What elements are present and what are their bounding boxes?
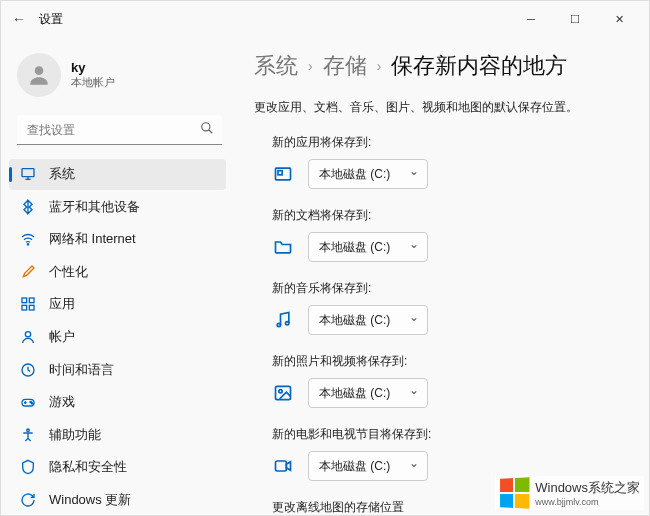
- apps-save-section: 新的应用将保存到: 本地磁盘 (C:): [254, 134, 631, 189]
- apps-icon: [19, 295, 37, 313]
- svg-point-6: [27, 244, 28, 245]
- music-save-section: 新的音乐将保存到: 本地磁盘 (C:): [254, 280, 631, 335]
- sidebar-item-network[interactable]: 网络和 Internet: [9, 224, 226, 255]
- sidebar-item-accessibility[interactable]: 辅助功能: [9, 419, 226, 450]
- documents-drive-dropdown[interactable]: 本地磁盘 (C:): [308, 232, 428, 262]
- music-drive-dropdown[interactable]: 本地磁盘 (C:): [308, 305, 428, 335]
- page-description: 更改应用、文档、音乐、图片、视频和地图的默认保存位置。: [254, 99, 631, 116]
- svg-rect-10: [29, 306, 34, 311]
- sidebar-item-privacy[interactable]: 隐私和安全性: [9, 452, 226, 483]
- sidebar-item-label: 时间和语言: [49, 361, 114, 379]
- sidebar-item-accounts[interactable]: 帐户: [9, 322, 226, 353]
- sidebar-item-label: 应用: [49, 295, 75, 313]
- window-title: 设置: [39, 11, 63, 28]
- gamepad-icon: [19, 393, 37, 411]
- movies-drive-dropdown[interactable]: 本地磁盘 (C:): [308, 451, 428, 481]
- svg-rect-9: [22, 306, 27, 311]
- sidebar-item-label: 系统: [49, 165, 75, 183]
- sidebar-item-label: Windows 更新: [49, 491, 131, 509]
- sidebar-item-label: 隐私和安全性: [49, 458, 127, 476]
- chevron-right-icon: ›: [308, 58, 313, 74]
- section-label: 新的音乐将保存到:: [272, 280, 631, 297]
- settings-window: ← 设置 ─ ☐ ✕ ky 本地帐户: [0, 0, 650, 516]
- svg-point-11: [25, 332, 30, 337]
- svg-point-22: [286, 322, 289, 325]
- svg-point-0: [35, 66, 44, 75]
- sidebar-item-time-language[interactable]: 时间和语言: [9, 354, 226, 385]
- shield-icon: [19, 458, 37, 476]
- system-icon: [19, 165, 37, 183]
- video-icon: [272, 455, 294, 477]
- back-button[interactable]: ←: [9, 9, 29, 29]
- section-label: 新的电影和电视节目将保存到:: [272, 426, 631, 443]
- sidebar-item-personalization[interactable]: 个性化: [9, 257, 226, 288]
- breadcrumb-storage[interactable]: 存储: [323, 51, 367, 81]
- sidebar-item-apps[interactable]: 应用: [9, 289, 226, 320]
- bluetooth-icon: [19, 198, 37, 216]
- chevron-right-icon: ›: [377, 58, 382, 74]
- sidebar-item-label: 辅助功能: [49, 426, 101, 444]
- sidebar-nav: 系统 蓝牙和其他设备 网络和 Internet 个性化 应用: [9, 159, 236, 515]
- sidebar-item-label: 网络和 Internet: [49, 230, 136, 248]
- watermark-url: www.bjjmlv.com: [535, 497, 640, 507]
- svg-rect-8: [29, 298, 34, 303]
- breadcrumb-system[interactable]: 系统: [254, 51, 298, 81]
- music-note-icon: [272, 309, 294, 331]
- main-content: 系统 › 存储 › 保存新内容的地方 更改应用、文档、音乐、图片、视频和地图的默…: [236, 37, 649, 515]
- photos-save-section: 新的照片和视频将保存到: 本地磁盘 (C:): [254, 353, 631, 408]
- maximize-button[interactable]: ☐: [553, 4, 597, 34]
- sidebar-item-label: 游戏: [49, 393, 75, 411]
- section-label: 新的照片和视频将保存到:: [272, 353, 631, 370]
- sidebar-item-bluetooth[interactable]: 蓝牙和其他设备: [9, 192, 226, 223]
- person-icon: [19, 328, 37, 346]
- section-label: 新的应用将保存到:: [272, 134, 631, 151]
- clock-icon: [19, 361, 37, 379]
- windows-logo-icon: [500, 477, 529, 509]
- svg-point-21: [277, 323, 280, 326]
- sidebar: ky 本地帐户 系统 蓝牙和其他设备: [1, 37, 236, 515]
- apps-drive-dropdown[interactable]: 本地磁盘 (C:): [308, 159, 428, 189]
- sidebar-item-label: 个性化: [49, 263, 88, 281]
- titlebar: ← 设置 ─ ☐ ✕: [1, 1, 649, 37]
- user-account-row[interactable]: ky 本地帐户: [9, 47, 236, 111]
- apps-disk-icon: [272, 163, 294, 185]
- breadcrumb-current: 保存新内容的地方: [391, 51, 567, 81]
- breadcrumb: 系统 › 存储 › 保存新内容的地方: [254, 51, 631, 81]
- photos-drive-dropdown[interactable]: 本地磁盘 (C:): [308, 378, 428, 408]
- close-button[interactable]: ✕: [597, 4, 641, 34]
- svg-rect-7: [22, 298, 27, 303]
- svg-rect-3: [22, 169, 34, 177]
- svg-point-17: [31, 403, 32, 404]
- avatar: [17, 53, 61, 97]
- svg-point-18: [27, 429, 30, 432]
- watermark-text: Windows系统之家: [535, 479, 640, 497]
- svg-rect-25: [276, 461, 287, 471]
- paintbrush-icon: [19, 263, 37, 281]
- svg-point-24: [279, 390, 282, 393]
- image-icon: [272, 382, 294, 404]
- documents-save-section: 新的文档将保存到: 本地磁盘 (C:): [254, 207, 631, 262]
- user-type: 本地帐户: [71, 75, 115, 90]
- user-name: ky: [71, 60, 115, 75]
- sidebar-item-windows-update[interactable]: Windows 更新: [9, 484, 226, 515]
- section-label: 新的文档将保存到:: [272, 207, 631, 224]
- accessibility-icon: [19, 426, 37, 444]
- sidebar-item-gaming[interactable]: 游戏: [9, 387, 226, 418]
- folder-icon: [272, 236, 294, 258]
- sidebar-item-system[interactable]: 系统: [9, 159, 226, 190]
- movies-save-section: 新的电影和电视节目将保存到: 本地磁盘 (C:): [254, 426, 631, 481]
- update-icon: [19, 491, 37, 509]
- minimize-button[interactable]: ─: [509, 4, 553, 34]
- sidebar-item-label: 帐户: [49, 328, 75, 346]
- watermark: Windows系统之家 www.bjjmlv.com: [495, 476, 644, 510]
- search-input[interactable]: [17, 115, 222, 145]
- sidebar-item-label: 蓝牙和其他设备: [49, 198, 140, 216]
- wifi-icon: [19, 230, 37, 248]
- svg-rect-20: [278, 171, 282, 175]
